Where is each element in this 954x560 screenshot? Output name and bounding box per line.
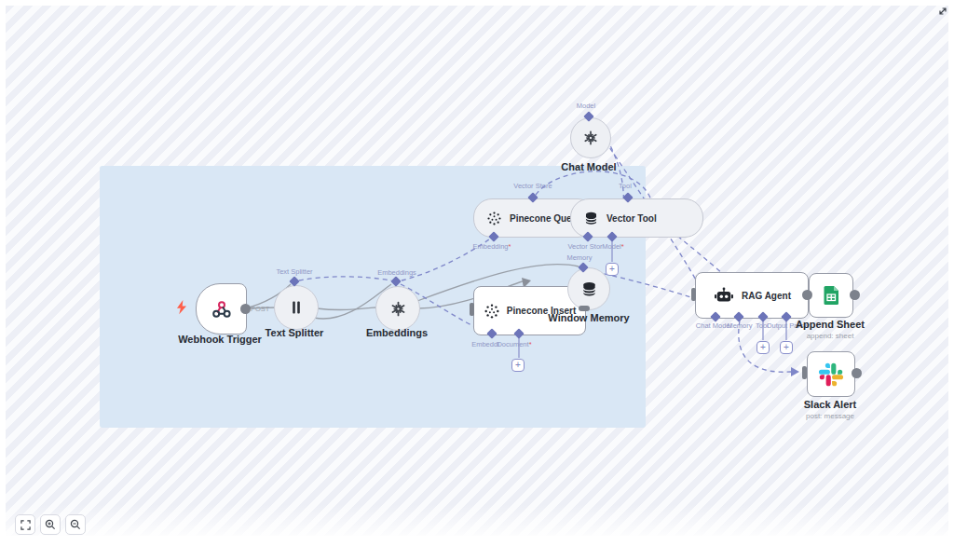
vector-tool-label: Vector Tool [606, 213, 657, 224]
append-sheet-operation-label: append: sheet [807, 332, 854, 340]
zoom-out-icon [70, 519, 81, 530]
embeddings-node[interactable] [375, 286, 420, 331]
slack-alert-operation-label: post: message [806, 412, 854, 420]
zoom-out-button[interactable] [65, 514, 86, 535]
embeddings-input-label: Embeddings [377, 268, 416, 277]
text-splitter-icon [289, 300, 304, 315]
pinecone-insert-document-label: Document* [497, 340, 531, 348]
text-splitter-node[interactable] [274, 285, 319, 330]
pinecone-icon [484, 303, 500, 320]
expand-icon [937, 6, 948, 17]
slack-alert-output-port[interactable] [852, 368, 862, 378]
pinecone-icon [486, 211, 502, 226]
vector-tool-vector-store-label: Vector Stor [567, 242, 602, 251]
append-sheet-output-port[interactable] [850, 290, 860, 300]
slack-alert-node[interactable] [807, 351, 855, 397]
chat-model-node-label: Chat Model [561, 161, 616, 172]
append-sheet-node[interactable] [809, 273, 853, 318]
connections-layer [6, 6, 948, 536]
embeddings-node-label: Embeddings [366, 327, 428, 338]
window-memory-anchor[interactable] [579, 306, 590, 311]
expand-canvas-button[interactable] [935, 4, 950, 19]
slack-icon [818, 362, 844, 388]
window-memory-node-label: Window Memory [548, 312, 629, 323]
pinecone-insert-embedding-label: Embeddi [471, 340, 499, 348]
vector-tool-model-add-button[interactable]: + [606, 263, 619, 276]
vector-tool-model-label: Model* [602, 242, 623, 251]
chat-model-output-label: Model [577, 102, 595, 110]
google-sheets-icon [820, 284, 842, 307]
robot-icon [713, 284, 735, 307]
vector-tool-node[interactable]: Vector Tool [570, 198, 703, 238]
append-sheet-node-label: Append Sheet [796, 319, 865, 330]
slack-alert-node-label: Slack Alert [804, 399, 856, 410]
fit-view-icon [20, 520, 31, 530]
database-icon [583, 211, 599, 226]
window-memory-node[interactable] [567, 267, 610, 310]
rag-agent-input-port[interactable] [691, 288, 696, 301]
rag-agent-label: RAG Agent [742, 291, 791, 301]
trigger-bolt-icon [175, 300, 188, 315]
rag-agent-chat-model-label: Chat Model [696, 321, 731, 330]
text-splitter-node-label: Text Splitter [266, 327, 324, 338]
webhook-icon [211, 298, 233, 321]
window-memory-memory-label: Memory [566, 253, 592, 262]
webhook-node-label: Webhook Trigger [178, 334, 262, 345]
rag-agent-memory-label: Memory [727, 321, 752, 330]
workflow-canvas[interactable]: Automated workflow: New Job Application … [6, 6, 948, 536]
rag-agent-node[interactable]: RAG Agent [695, 272, 809, 319]
webhook-output-label: POST [251, 305, 269, 313]
openai-icon [582, 130, 599, 146]
pinecone-query-embedding-label: Embedding* [473, 242, 511, 251]
text-splitter-input-label: Text Splitter [276, 267, 312, 276]
pinecone-insert-input-port[interactable] [470, 303, 474, 316]
slack-alert-input-port[interactable] [802, 366, 807, 379]
webhook-trigger-node[interactable] [196, 283, 247, 335]
rag-agent-output-parser-add-button[interactable]: + [780, 341, 793, 354]
zoom-in-icon [45, 519, 56, 530]
fit-view-button[interactable] [15, 514, 35, 535]
webhook-output-port[interactable] [240, 304, 251, 314]
database-icon [580, 280, 598, 298]
zoom-in-button[interactable] [40, 514, 61, 535]
vector-tool-tool-label: Tool [619, 182, 632, 190]
arrowhead-slack [791, 367, 799, 376]
pinecone-insert-document-add-button[interactable]: + [511, 359, 525, 372]
rag-agent-tool-add-button[interactable]: + [756, 341, 770, 354]
chat-model-node[interactable] [570, 117, 611, 158]
rag-agent-output-port[interactable] [802, 290, 812, 300]
pinecone-query-vector-store-label: Vector Store [513, 182, 552, 190]
openai-icon [389, 300, 407, 318]
